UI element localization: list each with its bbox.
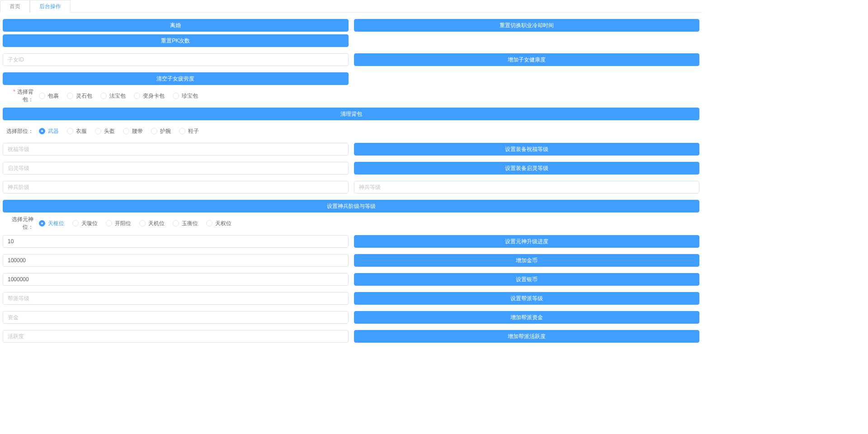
part-radio-shoes[interactable]: 鞋子 bbox=[179, 127, 199, 135]
add-guild-funds-button[interactable]: 增加帮派资金 bbox=[354, 311, 700, 324]
part-radio-group: 武器 衣服 头盔 腰带 护腕 鞋子 bbox=[39, 127, 199, 135]
radio-dot-icon bbox=[72, 220, 79, 226]
silver-amount-input[interactable] bbox=[3, 273, 349, 286]
reset-pk-count-button[interactable]: 重置PK次数 bbox=[3, 34, 349, 47]
set-equip-bless-level-button[interactable]: 设置装备祝福等级 bbox=[354, 143, 700, 156]
tab-bar: 首页 后台操作 bbox=[0, 0, 702, 13]
set-yuanshen-progress-button[interactable]: 设置元神升级进度 bbox=[354, 235, 700, 248]
radio-dot-icon bbox=[179, 128, 185, 134]
radio-dot-icon bbox=[134, 93, 140, 99]
yuanshen-radio-tianquan[interactable]: 天权位 bbox=[206, 220, 231, 227]
radio-dot-icon bbox=[151, 128, 157, 134]
bag-radio-lingshi[interactable]: 灵石包 bbox=[67, 92, 92, 100]
radio-dot-icon bbox=[139, 220, 146, 226]
bag-radio-zhenbao[interactable]: 珍宝包 bbox=[173, 92, 198, 100]
bag-radio-bianshen[interactable]: 变身卡包 bbox=[134, 92, 165, 100]
select-bag-label: 选择背包： bbox=[3, 88, 39, 104]
child-id-input[interactable] bbox=[3, 53, 349, 66]
radio-dot-icon bbox=[173, 220, 179, 226]
tab-home[interactable]: 首页 bbox=[0, 0, 30, 13]
divorce-button[interactable]: 离婚 bbox=[3, 19, 349, 32]
set-silver-button[interactable]: 设置银币 bbox=[354, 273, 700, 286]
radio-dot-icon bbox=[39, 128, 45, 134]
bag-radio-baoguo[interactable]: 包裹 bbox=[39, 92, 59, 100]
set-equip-qiling-level-button[interactable]: 设置装备启灵等级 bbox=[354, 162, 700, 175]
set-shenbing-stage-level-button[interactable]: 设置神兵阶级与等级 bbox=[3, 200, 699, 212]
yuanshen-progress-input[interactable] bbox=[3, 235, 349, 248]
part-radio-weapon[interactable]: 武器 bbox=[39, 127, 59, 135]
radio-dot-icon bbox=[106, 220, 112, 226]
guild-activity-input[interactable] bbox=[3, 330, 349, 343]
bag-radio-group: 包裹 灵石包 法宝包 变身卡包 珍宝包 bbox=[39, 92, 198, 100]
clear-child-fatigue-button[interactable]: 清空子女疲劳度 bbox=[3, 72, 349, 85]
shenbing-stage-input[interactable] bbox=[3, 181, 349, 193]
part-radio-belt[interactable]: 腰带 bbox=[123, 127, 143, 135]
add-gold-button[interactable]: 增加金币 bbox=[354, 254, 700, 267]
radio-dot-icon bbox=[67, 128, 73, 134]
select-yuanshen-row: 选择元神位： 天枢位 天璇位 开阳位 天机位 玉衡位 天权位 bbox=[0, 215, 702, 231]
select-part-label: 选择部位： bbox=[3, 127, 39, 135]
shenbing-level-input[interactable] bbox=[354, 181, 700, 193]
radio-dot-icon bbox=[95, 128, 101, 134]
radio-dot-icon bbox=[123, 128, 129, 134]
guild-funds-input[interactable] bbox=[3, 311, 349, 324]
radio-dot-icon bbox=[173, 93, 179, 99]
tab-admin[interactable]: 后台操作 bbox=[30, 0, 71, 13]
radio-dot-icon bbox=[39, 220, 45, 226]
qiling-level-input[interactable] bbox=[3, 162, 349, 175]
guild-level-input[interactable] bbox=[3, 292, 349, 305]
set-guild-level-button[interactable]: 设置帮派等级 bbox=[354, 292, 700, 305]
select-bag-row: 选择背包： 包裹 灵石包 法宝包 变身卡包 珍宝包 bbox=[0, 88, 702, 104]
yuanshen-radio-tianxuan[interactable]: 天璇位 bbox=[72, 220, 98, 227]
radio-dot-icon bbox=[100, 93, 107, 99]
radio-dot-icon bbox=[39, 93, 45, 99]
select-yuanshen-label: 选择元神位： bbox=[3, 216, 39, 231]
reset-job-cooldown-button[interactable]: 重置切换职业冷却时间 bbox=[354, 19, 700, 32]
add-guild-activity-button[interactable]: 增加帮派活跃度 bbox=[354, 330, 700, 343]
select-part-row: 选择部位： 武器 衣服 头盔 腰带 护腕 鞋子 bbox=[0, 123, 702, 139]
yuanshen-radio-tianji[interactable]: 天机位 bbox=[139, 220, 165, 227]
yuanshen-radio-tianshu[interactable]: 天枢位 bbox=[39, 220, 64, 227]
bless-level-input[interactable] bbox=[3, 143, 349, 156]
part-radio-bracer[interactable]: 护腕 bbox=[151, 127, 171, 135]
gold-amount-input[interactable] bbox=[3, 254, 349, 267]
part-radio-helmet[interactable]: 头盔 bbox=[95, 127, 115, 135]
yuanshen-radio-group: 天枢位 天璇位 开阳位 天机位 玉衡位 天权位 bbox=[39, 220, 231, 227]
radio-dot-icon bbox=[206, 220, 212, 226]
clean-bag-button[interactable]: 清理背包 bbox=[3, 108, 699, 120]
add-child-health-button[interactable]: 增加子女健康度 bbox=[354, 53, 700, 66]
part-radio-clothes[interactable]: 衣服 bbox=[67, 127, 87, 135]
bag-radio-fabao[interactable]: 法宝包 bbox=[100, 92, 126, 100]
content-pane: 离婚 重置切换职业冷却时间 重置PK次数 增加子女健康度 清空子女疲劳度 选择背… bbox=[0, 13, 702, 354]
main-scroll-viewport[interactable]: 首页 后台操作 离婚 重置切换职业冷却时间 重置PK次数 增加子女健康度 清空子… bbox=[0, 0, 702, 354]
yuanshen-radio-yuheng[interactable]: 玉衡位 bbox=[173, 220, 198, 227]
radio-dot-icon bbox=[67, 93, 73, 99]
yuanshen-radio-kaiyang[interactable]: 开阳位 bbox=[106, 220, 131, 227]
